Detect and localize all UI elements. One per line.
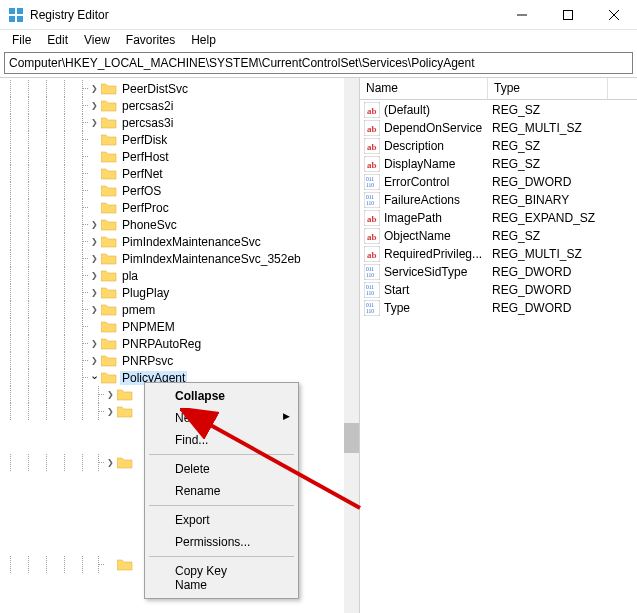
tree-item[interactable]: PeerDistSvc <box>2 80 359 97</box>
menu-help[interactable]: Help <box>183 31 224 49</box>
tree-item-label: PNPMEM <box>120 320 177 334</box>
tree-item[interactable]: percsas3i <box>2 114 359 131</box>
context-menu[interactable]: CollapseNew▶Find...DeleteRenameExportPer… <box>144 382 299 599</box>
list-item[interactable]: StartREG_DWORD <box>360 281 637 299</box>
list-item[interactable]: (Default)REG_SZ <box>360 101 637 119</box>
string-value-icon <box>364 138 380 154</box>
chevron-right-icon[interactable] <box>88 355 100 367</box>
chevron-right-icon[interactable] <box>88 219 100 231</box>
menu-favorites[interactable]: Favorites <box>118 31 183 49</box>
tree-item[interactable]: pla <box>2 267 359 284</box>
value-type: REG_DWORD <box>492 175 571 189</box>
chevron-right-icon[interactable] <box>88 338 100 350</box>
chevron-right-icon[interactable] <box>88 253 100 265</box>
tree-item-label: PerfProc <box>120 201 171 215</box>
context-menu-item[interactable]: Find... <box>147 429 296 451</box>
chevron-down-icon[interactable] <box>88 372 100 384</box>
chevron-right-icon[interactable] <box>104 457 116 469</box>
tree-item-label: pla <box>120 269 140 283</box>
value-name: RequiredPrivileg... <box>384 247 492 261</box>
tree-item[interactable]: PimIndexMaintenanceSvc_352eb <box>2 250 359 267</box>
chevron-right-icon[interactable] <box>88 287 100 299</box>
main-split: PeerDistSvcpercsas2ipercsas3iPerfDiskPer… <box>0 77 637 613</box>
context-menu-item[interactable]: Permissions... <box>147 531 296 553</box>
tree-item-label: pmem <box>120 303 157 317</box>
chevron-right-icon[interactable] <box>88 236 100 248</box>
context-menu-item[interactable]: Rename <box>147 480 296 502</box>
folder-icon <box>101 235 117 248</box>
context-menu-item-label: Copy Key Name <box>175 564 227 592</box>
list-item[interactable]: TypeREG_DWORD <box>360 299 637 317</box>
list-header-type[interactable]: Type <box>488 78 608 99</box>
tree-scrollbar-thumb[interactable] <box>344 423 359 453</box>
tree-item-label: PhoneSvc <box>120 218 179 232</box>
chevron-right-icon[interactable] <box>88 270 100 282</box>
tree-item[interactable]: PNRPsvc <box>2 352 359 369</box>
tree-item-label: PerfHost <box>120 150 171 164</box>
tree-item[interactable]: pmem <box>2 301 359 318</box>
folder-icon <box>117 558 133 571</box>
folder-icon <box>101 150 117 163</box>
string-value-icon <box>364 210 380 226</box>
list-item[interactable]: FailureActionsREG_BINARY <box>360 191 637 209</box>
tree-item[interactable]: PimIndexMaintenanceSvc <box>2 233 359 250</box>
tree-item-label: PerfOS <box>120 184 163 198</box>
chevron-right-icon[interactable] <box>88 304 100 316</box>
tree-item-label: PerfDisk <box>120 133 169 147</box>
expander-none <box>104 559 116 571</box>
list-pane[interactable]: Name Type (Default)REG_SZDependOnService… <box>360 78 637 613</box>
context-menu-separator <box>149 454 294 455</box>
tree-item[interactable]: PerfNet <box>2 165 359 182</box>
context-menu-item[interactable]: Delete <box>147 458 296 480</box>
context-menu-item-label: New <box>175 411 199 425</box>
list-item[interactable]: ObjectNameREG_SZ <box>360 227 637 245</box>
binary-value-icon <box>364 192 380 208</box>
binary-value-icon <box>364 282 380 298</box>
menu-edit[interactable]: Edit <box>39 31 76 49</box>
tree-item[interactable]: PhoneSvc <box>2 216 359 233</box>
list-item[interactable]: ErrorControlREG_DWORD <box>360 173 637 191</box>
maximize-button[interactable] <box>545 0 591 30</box>
context-menu-item[interactable]: Collapse <box>147 385 296 407</box>
chevron-right-icon[interactable] <box>88 117 100 129</box>
value-name: (Default) <box>384 103 492 117</box>
list-body[interactable]: (Default)REG_SZDependOnServiceREG_MULTI_… <box>360 100 637 317</box>
tree-item[interactable]: PerfOS <box>2 182 359 199</box>
list-item[interactable]: ImagePathREG_EXPAND_SZ <box>360 209 637 227</box>
context-menu-item[interactable]: New▶ <box>147 407 296 429</box>
expander-none <box>88 168 100 180</box>
close-button[interactable] <box>591 0 637 30</box>
menu-view[interactable]: View <box>76 31 118 49</box>
list-item[interactable]: DescriptionREG_SZ <box>360 137 637 155</box>
tree-item[interactable]: PNRPAutoReg <box>2 335 359 352</box>
tree-item[interactable]: PerfProc <box>2 199 359 216</box>
tree-item[interactable]: PerfDisk <box>2 131 359 148</box>
minimize-button[interactable] <box>499 0 545 30</box>
list-item[interactable]: DependOnServiceREG_MULTI_SZ <box>360 119 637 137</box>
list-item[interactable]: RequiredPrivileg...REG_MULTI_SZ <box>360 245 637 263</box>
tree-item[interactable]: percsas2i <box>2 97 359 114</box>
tree-item[interactable]: PerfHost <box>2 148 359 165</box>
chevron-right-icon[interactable] <box>88 83 100 95</box>
context-menu-item[interactable]: Copy Key Name <box>147 560 296 596</box>
value-type: REG_SZ <box>492 157 540 171</box>
tree-scrollbar-track[interactable] <box>344 78 359 613</box>
list-item[interactable]: DisplayNameREG_SZ <box>360 155 637 173</box>
tree-item[interactable]: PNPMEM <box>2 318 359 335</box>
chevron-right-icon[interactable] <box>88 100 100 112</box>
folder-icon <box>101 133 117 146</box>
binary-value-icon <box>364 174 380 190</box>
list-item[interactable]: ServiceSidTypeREG_DWORD <box>360 263 637 281</box>
address-bar[interactable]: Computer\HKEY_LOCAL_MACHINE\SYSTEM\Curre… <box>4 52 633 74</box>
value-type: REG_DWORD <box>492 283 571 297</box>
tree-item-label: PlugPlay <box>120 286 171 300</box>
chevron-right-icon[interactable] <box>104 389 116 401</box>
context-menu-item-label: Export <box>175 513 210 527</box>
list-header-name[interactable]: Name <box>360 78 488 99</box>
context-menu-item[interactable]: Export <box>147 509 296 531</box>
value-type: REG_SZ <box>492 103 540 117</box>
window-title: Registry Editor <box>30 8 109 22</box>
tree-item[interactable]: PlugPlay <box>2 284 359 301</box>
chevron-right-icon[interactable] <box>104 406 116 418</box>
menu-file[interactable]: File <box>4 31 39 49</box>
